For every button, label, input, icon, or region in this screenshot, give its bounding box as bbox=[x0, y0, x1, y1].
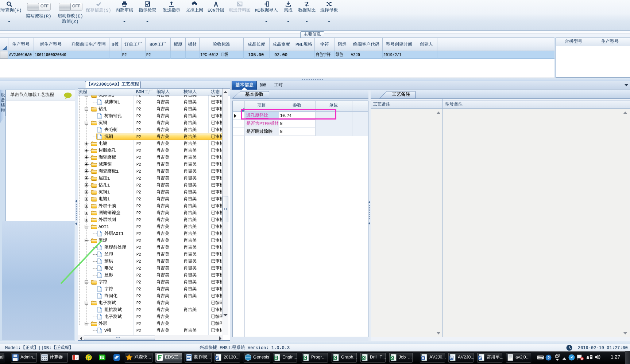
svg-text:?: ? bbox=[547, 356, 550, 360]
